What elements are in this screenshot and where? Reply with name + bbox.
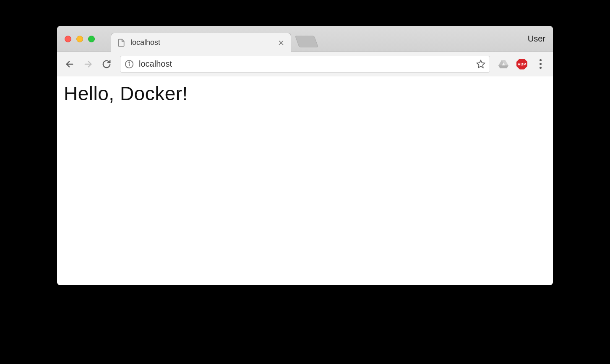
page-favicon-icon bbox=[117, 39, 125, 47]
svg-marker-7 bbox=[477, 60, 485, 67]
reload-button[interactable] bbox=[99, 57, 114, 72]
vertical-dots-icon bbox=[536, 59, 545, 69]
maximize-window-button[interactable] bbox=[88, 36, 95, 42]
toolbar: ABP bbox=[57, 52, 553, 76]
new-tab-button[interactable] bbox=[295, 36, 318, 47]
close-tab-button[interactable] bbox=[277, 39, 285, 47]
back-button[interactable] bbox=[62, 57, 77, 72]
page-content: Hello, Docker! bbox=[57, 76, 553, 285]
tab-title: localhost bbox=[130, 38, 277, 47]
browser-menu-button[interactable] bbox=[533, 57, 548, 72]
abp-badge-label: ABP bbox=[516, 59, 527, 70]
tab-bar: localhost User bbox=[57, 26, 553, 52]
page-heading: Hello, Docker! bbox=[64, 82, 546, 105]
svg-point-6 bbox=[129, 62, 130, 62]
url-input[interactable] bbox=[139, 59, 476, 69]
bookmark-star-icon[interactable] bbox=[476, 60, 485, 69]
forward-button[interactable] bbox=[81, 57, 96, 72]
profile-button[interactable]: User bbox=[528, 34, 545, 44]
svg-marker-10 bbox=[498, 65, 508, 68]
browser-tab[interactable]: localhost bbox=[111, 33, 291, 52]
close-window-button[interactable] bbox=[65, 36, 71, 42]
browser-window: localhost User bbox=[57, 26, 553, 285]
address-bar[interactable] bbox=[120, 56, 490, 73]
google-drive-extension-icon[interactable] bbox=[498, 58, 509, 70]
adblock-plus-extension-icon[interactable]: ABP bbox=[516, 58, 528, 70]
window-controls bbox=[57, 36, 95, 42]
site-info-icon[interactable] bbox=[125, 60, 134, 69]
minimize-window-button[interactable] bbox=[76, 36, 83, 42]
